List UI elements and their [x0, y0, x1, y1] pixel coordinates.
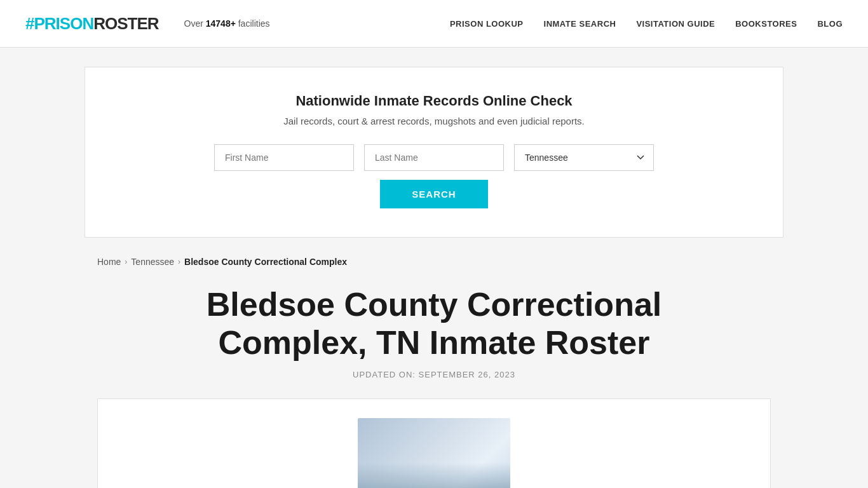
search-banner-title: Nationwide Inmate Records Online Check — [123, 93, 745, 109]
breadcrumb: Home › Tennessee › Bledsoe County Correc… — [85, 257, 783, 267]
breadcrumb-state[interactable]: Tennessee — [131, 257, 174, 267]
nav-inmate-search[interactable]: INMATE SEARCH — [544, 19, 616, 29]
site-logo[interactable]: #PRISONROSTER — [25, 14, 159, 34]
logo-prison: PRISON — [34, 14, 93, 34]
first-name-input[interactable] — [214, 144, 354, 171]
search-form: TennesseeAlabamaAlaskaArizonaArkansasCal… — [123, 144, 745, 171]
breadcrumb-chevron-1: › — [125, 257, 127, 266]
logo-hash: # — [25, 14, 34, 34]
page-title-line2: Complex, TN Inmate Roster — [218, 324, 649, 361]
facilities-text: Over 14748+ facilities — [184, 18, 270, 29]
state-select[interactable]: TennesseeAlabamaAlaskaArizonaArkansasCal… — [514, 144, 654, 171]
search-banner: Nationwide Inmate Records Online Check J… — [85, 67, 783, 238]
logo-roster: ROSTER — [93, 14, 158, 34]
page-title-line1: Bledsoe County Correctional — [207, 286, 662, 323]
search-button[interactable]: SEARCH — [380, 180, 487, 208]
main-content: Bledsoe County Correctional Complex, TN … — [85, 286, 783, 488]
facility-image — [358, 418, 510, 488]
breadcrumb-home[interactable]: Home — [97, 257, 121, 267]
breadcrumb-chevron-2: › — [178, 257, 180, 266]
breadcrumb-current: Bledsoe County Correctional Complex — [184, 257, 347, 267]
main-nav: PRISON LOOKUP INMATE SEARCH VISITATION G… — [450, 19, 843, 29]
nav-visitation-guide[interactable]: VISITATION GUIDE — [636, 19, 715, 29]
page-title-container: Bledsoe County Correctional Complex, TN … — [97, 286, 771, 362]
facilities-count: 14748+ — [206, 18, 236, 29]
search-row-2: SEARCH — [123, 180, 745, 208]
nav-prison-lookup[interactable]: PRISON LOOKUP — [450, 19, 524, 29]
nav-bookstores[interactable]: BOOKSTORES — [735, 19, 797, 29]
page-title: Bledsoe County Correctional Complex, TN … — [97, 286, 771, 362]
search-banner-subtitle: Jail records, court & arrest records, mu… — [123, 116, 745, 126]
updated-on: UPDATED ON: SEPTEMBER 26, 2023 — [97, 370, 771, 379]
nav-blog[interactable]: BLOG — [817, 19, 843, 29]
bottom-card — [97, 398, 771, 488]
last-name-input[interactable] — [364, 144, 504, 171]
site-header: #PRISONROSTER Over 14748+ facilities PRI… — [0, 0, 868, 48]
